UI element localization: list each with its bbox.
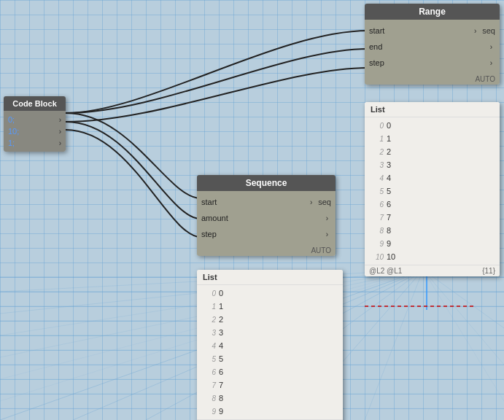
list-index: 8 <box>371 227 384 235</box>
list-index: 5 <box>371 187 384 195</box>
list-item: 6 6 <box>197 365 343 378</box>
list-value: 3 <box>387 160 391 169</box>
seq-start-row: start › seq <box>197 194 336 210</box>
range-node[interactable]: Range start › seq end › step › AUTO <box>365 4 500 85</box>
list-index: 0 <box>203 289 216 298</box>
list-value: 4 <box>387 174 391 182</box>
list-item: 9 9 <box>197 405 343 418</box>
list-value: 7 <box>387 213 391 222</box>
list-value: 6 <box>219 368 223 376</box>
list-index: 1 <box>203 303 216 311</box>
range-start-label: start <box>369 26 471 35</box>
sequence-node-title: Sequence <box>197 175 336 191</box>
list-node-1-body: 0 0 1 1 2 2 3 3 4 4 5 5 6 6 7 7 <box>365 117 500 265</box>
list-item: 1 1 <box>365 132 500 145</box>
code-text-0: 0; <box>8 115 59 124</box>
list-value: 2 <box>387 147 391 156</box>
list-index: 2 <box>371 148 384 156</box>
code-port-2: › <box>59 139 61 147</box>
code-port-1: › <box>59 128 61 136</box>
list-item: 7 7 <box>365 211 500 224</box>
list-index: 0 <box>371 122 384 130</box>
list-item: 0 0 <box>197 287 343 300</box>
list-value: 9 <box>387 239 391 248</box>
seq-step-row: step › <box>197 226 336 242</box>
list-node-1-footer-left: @L2 @L1 <box>369 267 402 275</box>
list-node-2-body: 0 0 1 1 2 2 3 3 4 4 5 5 6 6 7 7 <box>197 285 343 419</box>
list-index: 9 <box>371 240 384 248</box>
list-item: 3 3 <box>197 326 343 339</box>
seq-start-arrow: › <box>310 198 312 206</box>
list-index: 7 <box>203 381 216 389</box>
list-item: 8 8 <box>197 392 343 405</box>
seq-step-arrow: › <box>326 230 328 238</box>
sequence-node-footer: AUTO <box>197 245 336 256</box>
list-item: 1 1 <box>197 300 343 313</box>
list-value: 1 <box>219 302 223 311</box>
list-item: 4 4 <box>365 171 500 184</box>
code-line-1: 10; › <box>7 125 63 137</box>
code-block-node[interactable]: Code Block 0; › 10; › 1; › <box>4 96 66 152</box>
code-block-body: 0; › 10; › 1; › <box>4 111 66 152</box>
list-value: 9 <box>219 407 223 416</box>
list-node-2-title: List <box>197 270 343 285</box>
range-step-row: step › <box>365 55 500 71</box>
sequence-node[interactable]: Sequence start › seq amount › step › AUT… <box>197 175 336 256</box>
seq-output-label: seq <box>318 198 331 206</box>
list-node-1-footer-right: {11} <box>482 267 495 275</box>
list-index: 3 <box>371 161 384 169</box>
seq-amount-label: amount <box>201 214 323 222</box>
list-index: 6 <box>371 201 384 209</box>
code-text-1: 10; <box>8 127 59 136</box>
list-item: 5 5 <box>365 184 500 198</box>
code-line-0: 0; › <box>7 114 63 125</box>
list-index: 1 <box>371 135 384 143</box>
list-node-1-footer: @L2 @L1 {11} <box>365 265 500 276</box>
list-index: 6 <box>203 368 216 376</box>
list-node-1[interactable]: List 0 0 1 1 2 2 3 3 4 4 5 5 6 6 <box>365 102 500 276</box>
list-value: 8 <box>219 394 223 402</box>
list-index: 9 <box>203 408 216 416</box>
list-value: 6 <box>387 200 391 209</box>
code-block-title: Code Block <box>4 96 66 111</box>
list-node-1-title: List <box>365 102 500 117</box>
list-item: 2 2 <box>197 313 343 326</box>
list-index: 2 <box>203 316 216 324</box>
list-node-2[interactable]: List 0 0 1 1 2 2 3 3 4 4 5 5 6 6 <box>197 270 343 420</box>
list-item: 3 3 <box>365 158 500 171</box>
range-node-title: Range <box>365 4 500 20</box>
seq-amount-arrow: › <box>326 214 328 222</box>
list-index: 8 <box>203 394 216 402</box>
list-item: 9 9 <box>365 237 500 250</box>
list-item: 4 4 <box>197 339 343 352</box>
list-item: 0 0 <box>365 119 500 132</box>
range-end-arrow: › <box>490 43 492 51</box>
range-output-label: seq <box>482 26 495 35</box>
range-end-row: end › <box>365 39 500 55</box>
list-index: 3 <box>203 329 216 337</box>
list-index: 10 <box>371 253 384 261</box>
code-port-0: › <box>59 116 61 124</box>
code-text-2: 1; <box>8 139 59 147</box>
list-value: 2 <box>219 315 223 324</box>
range-node-footer: AUTO <box>365 74 500 85</box>
list-item: 8 8 <box>365 224 500 237</box>
list-value: 1 <box>387 134 391 143</box>
seq-start-label: start <box>201 198 307 206</box>
list-index: 4 <box>371 174 384 182</box>
code-line-2: 1; › <box>7 137 63 149</box>
list-index: 5 <box>203 355 216 363</box>
sequence-node-body: start › seq amount › step › <box>197 191 336 245</box>
range-start-row: start › seq <box>365 23 500 39</box>
list-value: 0 <box>219 289 223 298</box>
range-step-label: step <box>369 58 487 67</box>
range-start-arrow: › <box>474 27 476 35</box>
list-index: 4 <box>203 342 216 350</box>
list-item: 10 10 <box>365 250 500 263</box>
list-item: 2 2 <box>365 145 500 158</box>
seq-step-label: step <box>201 230 323 238</box>
list-item: 7 7 <box>197 378 343 392</box>
list-value: 10 <box>387 252 395 261</box>
list-index: 7 <box>371 214 384 222</box>
list-value: 5 <box>219 354 223 363</box>
